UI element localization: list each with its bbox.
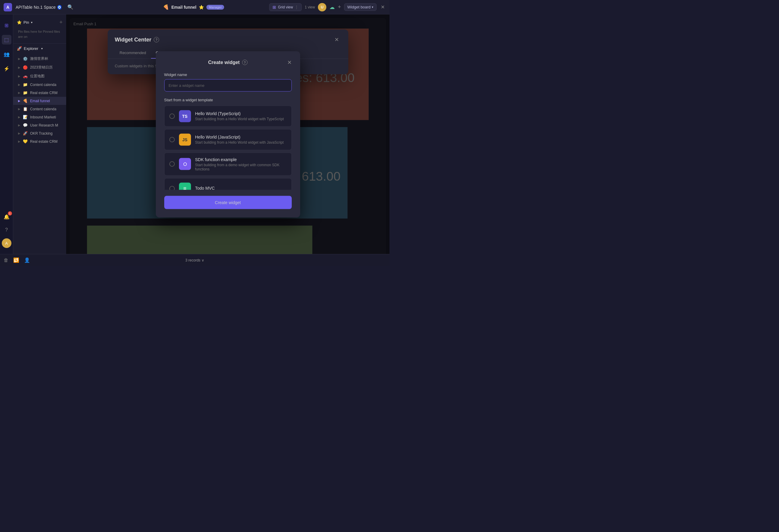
pin-section: ⭐ Pin ▾ + Pin files here for Pinned file… [13, 17, 66, 44]
sidebar-item-item-3[interactable]: ▶ 🚗 位置地图 [13, 72, 66, 80]
pin-header[interactable]: ⭐ Pin ▾ + [17, 19, 63, 25]
item-name-5: Real estate CRM [30, 91, 57, 95]
template-info-todo: Todo MVC [195, 186, 287, 190]
widget-name-input[interactable] [164, 79, 292, 91]
favorite-icon[interactable]: ⭐ [199, 5, 204, 10]
pin-star-icon: ⭐ [17, 20, 22, 25]
grid-sidebar-icon[interactable]: ⬚ [2, 35, 11, 45]
template-radio-sdk[interactable] [169, 161, 175, 167]
chevron-item-icon: ▶ [18, 107, 20, 111]
sidebar-main-icons: ⊞ ⬚ 👥 ⚡ [2, 17, 11, 77]
top-bar-right: ⊞ Grid view ⋮ 1 view U ☁ + Widget board … [269, 3, 386, 11]
sidebar-item-item-8[interactable]: ▶ 📝 Inbound Marketi [13, 113, 66, 121]
sidebar-item-item-2[interactable]: ▶ 🔴 2023营销日历 [13, 63, 66, 72]
help-icon[interactable]: ? [2, 225, 11, 235]
template-item-typescript[interactable]: TS Hello World (TypeScript) Start buildi… [164, 106, 292, 127]
chevron-item-icon: ▶ [18, 91, 20, 94]
sidebar-icon-strip: ⊞ ⬚ 👥 ⚡ 🔔 1 ? A [0, 14, 13, 254]
close-panel-icon[interactable]: ✕ [379, 3, 386, 11]
item-emoji-8: 📝 [23, 115, 28, 119]
widget-center-close-button[interactable]: ✕ [333, 36, 341, 44]
item-name-7: Content calenda [30, 107, 56, 111]
template-info-javascript: Hello World (JavaScript) Start building … [195, 135, 287, 145]
widget-board-button[interactable]: Widget board ▾ [344, 3, 376, 11]
item-emoji-7: 📋 [23, 107, 28, 111]
more-options-icon[interactable]: ⋮ [295, 5, 298, 9]
chevron-explorer-icon: ▾ [41, 47, 43, 50]
sidebar-item-item-7[interactable]: ▶ 📋 Content calenda [13, 105, 66, 113]
item-name-11: Real estate CRM [30, 139, 57, 144]
grid-icon: ⊞ [273, 5, 276, 10]
main-content: ⊞ ⬚ 👥 ⚡ 🔔 1 ? A [0, 14, 390, 254]
app-container: A APITable No.1 Space 🧿 🔍 🍕 Email funnel… [0, 0, 390, 266]
add-widget-icon[interactable]: + [338, 4, 341, 10]
sidebar-item-item-4[interactable]: ▶ 📁 Content calenda [13, 80, 66, 89]
trash-icon[interactable]: 🗑 [4, 258, 8, 263]
right-panel: Email Push 1 Number of uses: 613.00 Numb… [66, 14, 390, 254]
item-emoji-11: 💛 [23, 139, 28, 144]
widget-center-header: Widget Center ? ✕ [108, 29, 348, 44]
item-emoji-5: 📁 [23, 90, 28, 95]
template-item-javascript[interactable]: JS Hello World (JavaScript) Start buildi… [164, 129, 292, 150]
item-emoji-2: 🔴 [23, 65, 28, 70]
template-radio-javascript[interactable] [169, 137, 175, 142]
add-pin-button[interactable]: + [59, 19, 63, 25]
item-name-4: Content calenda [30, 83, 56, 87]
sidebar-bottom-icons: 🔔 1 ? A [2, 212, 11, 252]
table-name: Email funnel [171, 5, 196, 10]
item-emoji-1: ⚙️ [23, 57, 28, 61]
sidebar-item-item-5[interactable]: ▶ 📁 Real estate CRM [13, 89, 66, 97]
item-name-8: Inbound Marketi [30, 115, 56, 119]
template-section-label: Start from a widget template [164, 97, 292, 102]
sidebar-item-item-10[interactable]: ▶ 🚀 OKR Tracking [13, 129, 66, 137]
users-icon[interactable]: 👥 [2, 49, 11, 59]
user-avatar-sidebar[interactable]: A [2, 238, 11, 248]
sort-icon[interactable]: 👤 [24, 257, 30, 263]
create-widget-close-button[interactable]: ✕ [287, 59, 292, 66]
explorer-header[interactable]: 🚀 Explorer ▾ [13, 44, 66, 53]
template-name-sdk: SDK function example [195, 157, 287, 162]
search-icon[interactable]: 🔍 [66, 2, 75, 12]
item-emoji-6: 🍕 [23, 98, 28, 103]
sidebar-item-item-11[interactable]: ▶ 💛 Real estate CRM [13, 137, 66, 145]
explorer-list: ▶ ⚙️ 激情世界杯 ▶ 🔴 2023营销日历 ▶ 🚗 位置地图 [13, 53, 66, 147]
template-desc-sdk: Start building from a demo widget with c… [195, 162, 287, 171]
widget-center-help-icon[interactable]: ? [154, 37, 159, 43]
automation-icon[interactable]: ⚡ [2, 64, 11, 73]
template-name-typescript: Hello World (TypeScript) [195, 111, 287, 116]
chevron-item-icon: ▶ [18, 83, 20, 86]
template-desc-javascript: Start building from a Hello World widget… [195, 140, 287, 145]
item-name-2: 2023营销日历 [30, 65, 53, 70]
top-bar: A APITable No.1 Space 🧿 🔍 🍕 Email funnel… [0, 0, 390, 14]
template-radio-todo[interactable] [169, 186, 175, 190]
user-avatar-top: U [318, 3, 326, 11]
chevron-item-icon: ▶ [18, 132, 20, 135]
create-widget-help-icon[interactable]: ? [242, 60, 247, 65]
typescript-icon: TS [179, 110, 191, 122]
template-info-sdk: SDK function example Start building from… [195, 157, 287, 171]
pin-placeholder-text: Pin files here for Pinned files are on [17, 27, 63, 41]
create-widget-button[interactable]: Create widget [164, 196, 292, 209]
sidebar-item-item-6[interactable]: ▶ 🍕 Email funnel [13, 97, 66, 105]
notification-count-badge: 1 [8, 211, 12, 215]
explorer-icon: 🚀 [17, 46, 22, 51]
template-item-todo[interactable]: ≡ Todo MVC [164, 178, 292, 190]
chevron-down-icon: ▾ [372, 5, 373, 9]
item-emoji-3: 🚗 [23, 74, 28, 78]
home-icon[interactable]: ⊞ [2, 20, 11, 30]
grid-view-button[interactable]: ⊞ Grid view ⋮ [269, 3, 302, 11]
sidebar-item-item-9[interactable]: ▶ 💬 User Research M [13, 121, 66, 129]
records-count[interactable]: 3 records ∨ [185, 258, 204, 262]
sidebar-item-item-1[interactable]: ▶ ⚙️ 激情世界杯 [13, 54, 66, 63]
app-logo: A [4, 3, 12, 11]
template-item-sdk[interactable]: ⬡ SDK function example Start building fr… [164, 152, 292, 176]
tab-recommended[interactable]: Recommended [115, 48, 151, 59]
filter-icon[interactable]: 🔁 [13, 257, 19, 263]
create-widget-title: Create widget ? [208, 60, 247, 65]
chevron-item-icon: ▶ [18, 124, 20, 127]
template-radio-typescript[interactable] [169, 113, 175, 119]
app-title: APITable No.1 Space 🧿 [16, 5, 62, 10]
chevron-item-icon: ▶ [18, 74, 20, 78]
notification-badge-container: 🔔 1 [2, 212, 11, 221]
chevron-item-icon: ▶ [18, 57, 20, 60]
